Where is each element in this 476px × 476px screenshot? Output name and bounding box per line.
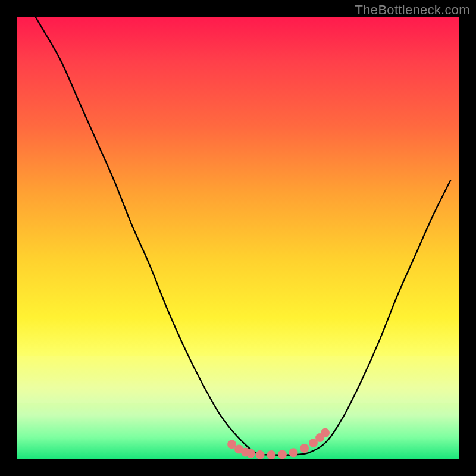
chart-area	[17, 17, 459, 459]
marker-dot	[256, 450, 265, 459]
marker-dot	[300, 444, 309, 453]
marker-dot	[278, 450, 287, 459]
bottleneck-curve	[30, 8, 450, 455]
marker-dot	[246, 449, 255, 458]
watermark-text: TheBottleneck.com	[355, 2, 470, 18]
marker-dot	[321, 428, 330, 437]
curve-markers	[227, 428, 330, 459]
marker-dot	[289, 448, 298, 457]
chart-svg	[17, 17, 459, 459]
marker-dot	[267, 450, 275, 459]
